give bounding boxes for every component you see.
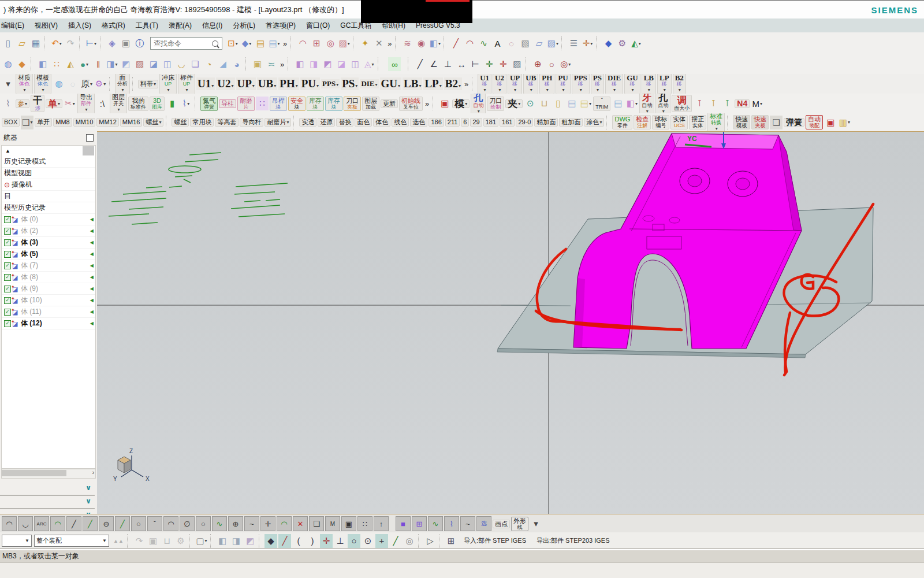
swept-surface-icon[interactable]: ◠: [296, 36, 309, 50]
color-211-button[interactable]: 211: [445, 118, 460, 127]
undo-icon[interactable]: ↶▾: [50, 36, 63, 50]
toolbar-overflow[interactable]: »: [464, 80, 468, 88]
face-blend-icon[interactable]: ◉: [415, 36, 427, 50]
common-block-button[interactable]: 常用块: [190, 118, 214, 127]
box-outline-icon[interactable]: ▯: [552, 97, 564, 110]
delete-face-icon[interactable]: ◫: [349, 57, 362, 71]
line-point-icon[interactable]: ╱: [115, 516, 130, 531]
menu-item[interactable]: 首选项(P): [260, 21, 301, 31]
edit-feature-icon[interactable]: ⚙: [616, 36, 628, 50]
clamp-button[interactable]: 夹▾: [505, 99, 523, 108]
blue-ball-icon[interactable]: ◍: [53, 77, 65, 91]
standard-convert-button[interactable]: 标准转换▾: [707, 113, 725, 132]
dimension-icon[interactable]: ↔: [455, 57, 468, 71]
menu-item[interactable]: 信息(I): [197, 21, 228, 31]
menu-item[interactable]: 视图(V): [29, 21, 63, 31]
layer-switch-button[interactable]: 图层开关▾: [110, 94, 127, 114]
up-button[interactable]: UP▾: [236, 77, 256, 90]
delete-x-icon[interactable]: ✕: [293, 516, 308, 531]
body-detail-arrow[interactable]: ◀: [90, 263, 94, 268]
body-detail-arrow[interactable]: ◀: [90, 240, 94, 245]
up-move-button[interactable]: UP移▾: [508, 74, 522, 94]
green-wave-icon[interactable]: ∿: [428, 516, 443, 531]
n4-button[interactable]: N4: [735, 99, 750, 108]
navigator-pin-button[interactable]: [86, 134, 94, 142]
sketch-overflow-dd[interactable]: ▾: [530, 517, 542, 531]
export-part-button[interactable]: 导出部件▾: [77, 94, 95, 114]
menu-item[interactable]: 工具(T): [131, 21, 163, 31]
arc-handle-icon[interactable]: ◡: [18, 516, 33, 531]
color-6-button[interactable]: 6: [461, 118, 469, 127]
ring-icon[interactable]: ⊙: [524, 97, 536, 110]
mesh-surface-icon[interactable]: ⊞: [310, 36, 323, 50]
line-color-button[interactable]: 线色: [392, 118, 409, 127]
dashed-rect-icon[interactable]: ▢▾: [195, 534, 208, 548]
selection-scope-select[interactable]: 整个装配▼: [34, 535, 109, 547]
ub-button[interactable]: UB▾: [257, 77, 277, 90]
wear-plate-button[interactable]: 耐磨片: [237, 97, 255, 111]
strip-button[interactable]: 料带▾: [138, 80, 158, 88]
body-visibility-checkbox[interactable]: ✓: [4, 274, 11, 281]
rotate-view-icon[interactable]: ◈: [106, 36, 118, 50]
hole-auto-button[interactable]: 孔自动▾: [471, 94, 486, 114]
screw-button[interactable]: 螺丝▾: [143, 118, 163, 127]
snap-arc1-icon[interactable]: (: [292, 534, 305, 548]
balloon-number-button[interactable]: 球标编号: [652, 115, 669, 129]
body-detail-arrow[interactable]: ◀: [90, 309, 94, 314]
body-detail-arrow[interactable]: ◀: [90, 217, 94, 222]
menu-item[interactable]: 编辑(E): [0, 21, 29, 31]
outline-button[interactable]: 外形线: [511, 517, 528, 531]
screw2-button[interactable]: 螺丝: [172, 118, 189, 127]
arc-circle-icon[interactable]: ⊕: [228, 516, 243, 531]
color-181-button[interactable]: 181: [483, 118, 498, 127]
graphics-viewport[interactable]: YC Z Y X: [97, 131, 924, 514]
color-186-button[interactable]: 186: [429, 118, 444, 127]
u2-button[interactable]: U2▾: [216, 77, 234, 90]
cutting-edge-plate-button[interactable]: 刀口夹板: [344, 97, 361, 111]
cursor-icon[interactable]: ▷: [424, 534, 437, 548]
sphere-feature-icon[interactable]: ◍: [2, 57, 14, 71]
bend-surface-icon[interactable]: ◧▾: [429, 36, 441, 50]
point-cross-icon[interactable]: ✛: [260, 516, 275, 531]
resize-face-button[interactable]: 调面大小: [672, 95, 692, 112]
body-detail-arrow[interactable]: ◀: [90, 275, 94, 280]
toolbar-overflow[interactable]: »: [388, 39, 392, 48]
toolbar-overflow[interactable]: »: [283, 39, 287, 48]
body-color-button[interactable]: 体色: [373, 118, 390, 127]
point-icon[interactable]: ✛: [497, 57, 509, 71]
ellipse-icon[interactable]: ○: [131, 516, 146, 531]
select-char-icon[interactable]: 选: [476, 516, 491, 531]
replace-button[interactable]: 替换: [336, 118, 353, 127]
solid-ucs-button[interactable]: 实体UCS: [670, 115, 688, 129]
reference-icon[interactable]: ⊢: [469, 57, 482, 71]
d-arc-icon[interactable]: ◠: [163, 516, 178, 531]
menu-item[interactable]: 窗口(O): [301, 21, 335, 31]
body-detail-arrow[interactable]: ◀: [90, 228, 94, 234]
snap-circle-icon[interactable]: ○: [348, 534, 360, 548]
command-finder-field[interactable]: [152, 39, 210, 48]
body-visibility-checkbox[interactable]: ✓: [4, 251, 11, 258]
navigator-hscrollbar[interactable]: ›: [1, 469, 96, 479]
mm12-button[interactable]: MM12: [96, 118, 119, 127]
pps-move-button[interactable]: PPS移▾: [572, 74, 590, 94]
pps-button[interactable]: PPS▾: [321, 79, 340, 88]
tree-body-row[interactable]: ✓◪✦体 (0)◀: [2, 214, 95, 225]
folder-blue-icon[interactable]: ▤▾: [268, 36, 281, 50]
rough-face-button[interactable]: 粗加面: [559, 118, 583, 127]
body-detail-arrow[interactable]: ◀: [90, 321, 94, 326]
block-yellow-icon[interactable]: ▤▾: [579, 97, 592, 110]
tree-item[interactable]: 模型历史记录: [2, 202, 95, 214]
dwg-part-button[interactable]: DWG零件: [612, 115, 632, 129]
body-visibility-checkbox[interactable]: ✓: [4, 216, 11, 223]
snap-point-icon[interactable]: ✛: [320, 534, 333, 548]
edge-blend-icon[interactable]: ◕: [230, 57, 243, 71]
template-color-button[interactable]: 模板体色▾: [34, 74, 51, 94]
shell-icon[interactable]: ◔: [203, 57, 215, 71]
color-29-0-button[interactable]: 29-0: [516, 118, 533, 127]
navigator-section-2[interactable]: ∨: [0, 495, 95, 509]
check-annotation-button[interactable]: 检查注解: [634, 115, 651, 129]
sketch-angle-icon[interactable]: ∠: [427, 57, 440, 71]
b2-button[interactable]: B2▾: [444, 77, 462, 90]
tree-item[interactable]: ⊙摄像机: [2, 179, 95, 191]
offset-face-icon[interactable]: ◬▾: [363, 57, 375, 71]
